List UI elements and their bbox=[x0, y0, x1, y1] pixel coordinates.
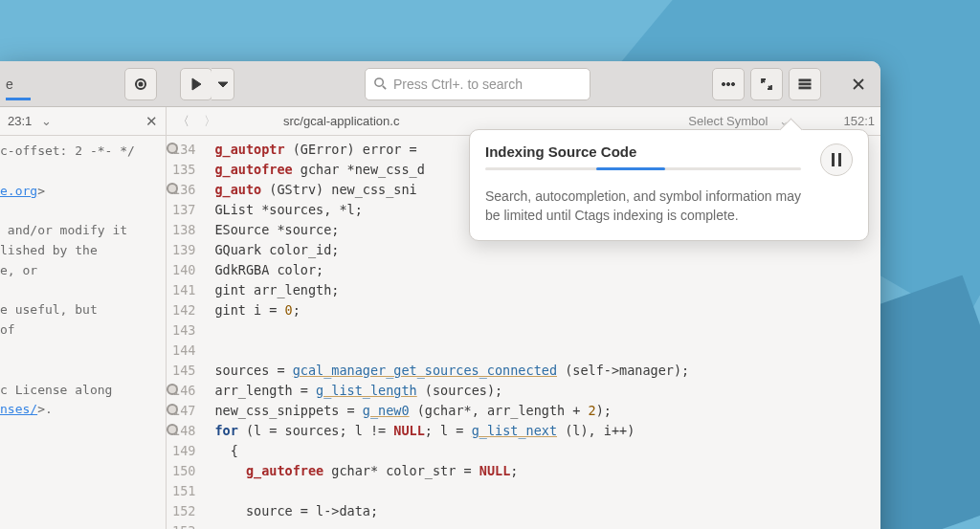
side-snippet: c-offset: 2 -*- */ e.org> and/or modify … bbox=[0, 136, 166, 426]
headerbar: e bbox=[0, 61, 880, 107]
editor-cursor-pos: 152:1 bbox=[843, 114, 875, 128]
svg-point-1 bbox=[139, 81, 144, 86]
fullscreen-button[interactable] bbox=[750, 68, 783, 100]
progress-bar bbox=[485, 167, 801, 170]
svg-line-3 bbox=[383, 86, 386, 89]
svg-point-5 bbox=[726, 82, 729, 85]
chevron-down-icon: ⌄ bbox=[41, 114, 52, 128]
hamburger-menu-button[interactable] bbox=[789, 68, 821, 100]
global-search[interactable] bbox=[365, 68, 590, 100]
svg-point-6 bbox=[731, 82, 734, 85]
svg-point-2 bbox=[375, 78, 383, 86]
side-panel: 23:1 ⌄ ✕ c-offset: 2 -*- */ e.org> and/o… bbox=[0, 107, 167, 529]
window-close-button[interactable] bbox=[842, 68, 875, 100]
search-input[interactable] bbox=[393, 77, 582, 92]
run-button[interactable] bbox=[180, 68, 212, 100]
search-icon bbox=[373, 77, 388, 91]
pause-button[interactable] bbox=[820, 143, 853, 176]
record-button[interactable] bbox=[124, 68, 157, 100]
svg-rect-9 bbox=[799, 87, 811, 89]
side-cursor-pos: 23:1 bbox=[8, 114, 32, 128]
nav-forward-button[interactable]: 〉 bbox=[199, 111, 220, 132]
indexing-notification: Indexing Source Code Search, autocomplet… bbox=[469, 129, 869, 241]
symbol-selector[interactable]: Select Symbol bbox=[688, 114, 768, 128]
notification-title: Indexing Source Code bbox=[485, 143, 809, 160]
more-button[interactable] bbox=[712, 68, 745, 100]
notification-body: Search, autocompletion, and symbol infor… bbox=[485, 187, 801, 225]
line-gutter[interactable]: 1341351361371381391401411421431441451461… bbox=[167, 136, 205, 529]
side-tab-close-icon[interactable]: ✕ bbox=[145, 113, 158, 130]
svg-rect-8 bbox=[799, 83, 811, 85]
svg-rect-7 bbox=[799, 79, 811, 81]
perspective-tab-label: e bbox=[6, 73, 31, 100]
side-panel-tab[interactable]: 23:1 ⌄ ✕ bbox=[0, 107, 166, 136]
perspective-tab[interactable]: e bbox=[6, 68, 119, 100]
editor-filename[interactable]: src/gcal-application.c bbox=[283, 114, 399, 128]
run-menu-button[interactable] bbox=[212, 68, 234, 100]
svg-point-4 bbox=[722, 82, 724, 85]
nav-back-button[interactable]: 〈 bbox=[172, 111, 193, 132]
